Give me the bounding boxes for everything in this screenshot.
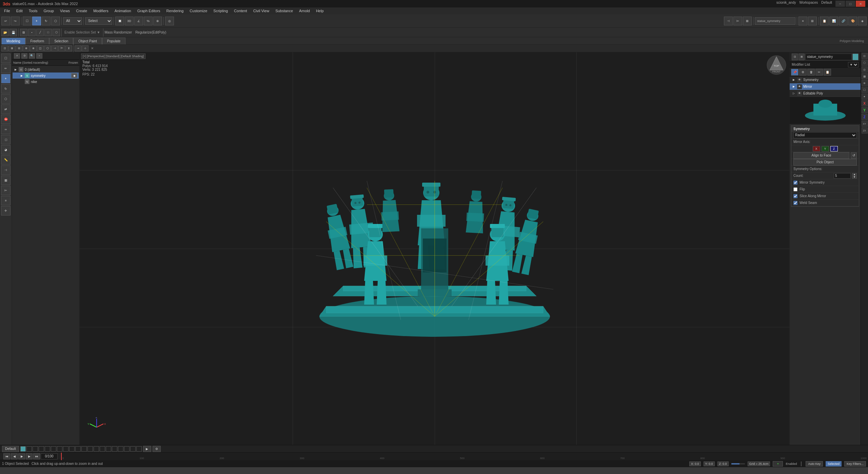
left-tool-rotate[interactable]: ↻ — [1, 84, 11, 94]
close-button[interactable]: ✕ — [856, 1, 865, 7]
pm-btn-12[interactable]: ⊹ — [82, 45, 88, 51]
rv-icon-3[interactable]: ◎ — [862, 66, 868, 73]
schematic-view-button[interactable]: 🔗 — [839, 17, 848, 25]
maximize-button[interactable]: □ — [846, 1, 855, 7]
rv-icon-Z[interactable]: Z — [862, 114, 868, 120]
pm-btn-10[interactable]: ⊻ — [65, 45, 72, 51]
layer-square-16[interactable] — [112, 446, 117, 452]
layer-square-9[interactable] — [69, 446, 75, 452]
layer-button[interactable]: ≡ — [798, 17, 807, 25]
flip-checkbox[interactable] — [793, 187, 797, 191]
layer-square-2[interactable] — [26, 446, 32, 452]
modifier-expand-mirror[interactable]: ▶ — [792, 85, 796, 89]
layer-square-14[interactable] — [100, 446, 105, 452]
file-open-button[interactable]: 📂 — [1, 29, 9, 36]
tree-visibility-btn[interactable]: ◉ — [71, 73, 77, 78]
filter-dropdown[interactable]: All None Invert — [63, 17, 82, 25]
tab-modeling[interactable]: Modeling — [1, 38, 25, 44]
pick-object-button[interactable]: Pick Object — [793, 159, 857, 166]
tc-play[interactable]: ▶ — [18, 453, 25, 459]
viewport[interactable]: [+] [Perspective] [Standard] [Default Sh… — [80, 52, 789, 445]
layer-square-5[interactable] — [45, 446, 50, 452]
track-view-button[interactable]: 📊 — [829, 17, 838, 25]
menu-edit[interactable]: Edit — [14, 7, 25, 14]
menu-modifiers[interactable]: Modifiers — [91, 7, 111, 14]
layer-square-4[interactable] — [39, 446, 44, 452]
left-tool-freehand[interactable]: ✏ — [1, 64, 11, 73]
pm-btn-1[interactable]: ⊡ — [1, 45, 8, 51]
angle-snap-button[interactable]: ∠ — [134, 17, 143, 25]
pm-btn-4[interactable]: ⊗ — [23, 45, 29, 51]
color-clipboard-button[interactable]: 🎨 — [848, 17, 857, 25]
menu-customize[interactable]: Customize — [187, 7, 210, 14]
quick-align-button[interactable]: ⊠ — [743, 17, 752, 25]
object-color-button[interactable] — [852, 54, 859, 60]
layer-square-11[interactable] — [81, 446, 87, 452]
layer-square-6[interactable] — [51, 446, 56, 452]
scene-search-btn[interactable]: 🔍 — [29, 53, 35, 59]
tc-go-end[interactable]: ⏭ — [33, 453, 40, 459]
layer-square-15[interactable] — [106, 446, 111, 452]
edge-mode-btn[interactable]: ╱ — [36, 29, 44, 36]
scene-settings-btn[interactable]: ⚙ — [21, 53, 27, 59]
timeline-area[interactable]: 0 100 200 300 400 500 600 700 800 900 10… — [61, 452, 868, 460]
align-to-face-button[interactable]: Align to Face — [793, 152, 849, 159]
object-name-field[interactable]: statue_symmetry — [805, 54, 852, 60]
modifier-eye-symmetry[interactable]: 👁 — [797, 78, 802, 82]
menu-file[interactable]: File — [1, 7, 13, 14]
axis-z-button[interactable]: Z — [830, 146, 838, 151]
pm-btn-7[interactable]: ⬡ — [44, 45, 51, 51]
modifier-item-symmetry[interactable]: ▶ 👁 Symmetry — [790, 77, 861, 83]
tree-item-default[interactable]: ▶ 0 0 (default) — [13, 66, 79, 73]
border-mode-btn[interactable]: □ — [44, 29, 52, 36]
spinner-snap-button[interactable]: ⊕ — [153, 17, 162, 25]
modifier-eye-editable-poly[interactable]: 👁 — [797, 91, 802, 96]
menu-tools[interactable]: Tools — [26, 7, 40, 14]
tc-next-frame[interactable]: ▶ — [26, 453, 33, 459]
pm-btn-3[interactable]: ⊟ — [16, 45, 22, 51]
mt-delete-btn[interactable]: 🗑 — [807, 69, 815, 76]
modifier-eye-mirror[interactable]: 👁 — [797, 84, 802, 89]
layer-square-10[interactable] — [75, 446, 81, 452]
left-tool-array[interactable]: ▦ — [1, 176, 11, 185]
setting-group-symmetry-header[interactable]: Symmetry — [791, 126, 859, 132]
tc-go-start[interactable]: ⏮ — [3, 453, 10, 459]
axis-y-button[interactable]: Y — [822, 146, 829, 151]
left-tool-layer[interactable]: ≡ — [1, 196, 11, 205]
count-spinner[interactable]: ▲ ▼ — [852, 173, 857, 179]
tab-populate[interactable]: Populate — [102, 38, 125, 44]
left-tool-mirror2[interactable]: ⊣ — [1, 165, 11, 175]
menu-create[interactable]: Create — [73, 7, 90, 14]
select-object-button[interactable]: ☐ — [23, 17, 32, 25]
layer-settings-btn[interactable]: ⚙ — [153, 446, 161, 452]
mt-pin-btn[interactable]: 📌 — [791, 69, 798, 76]
scene-new-btn[interactable]: + — [36, 53, 42, 59]
pm-btn-5[interactable]: ⊕ — [30, 45, 37, 51]
mt-settings-btn[interactable]: ⚙ — [799, 69, 807, 76]
undo-button[interactable]: ↩ — [1, 17, 10, 25]
modifier-item-mirror[interactable]: ▶ 👁 Mirror — [790, 83, 861, 90]
left-tool-paint[interactable]: ◕ — [1, 145, 11, 154]
layer-square-20[interactable] — [136, 446, 142, 452]
mt-cut-btn[interactable]: ✂ — [815, 69, 823, 76]
axis-x-button[interactable]: X — [813, 146, 820, 151]
rv-icon-X[interactable]: X — [862, 100, 868, 106]
left-tool-link[interactable]: ⇌ — [1, 104, 11, 114]
rv-icon-7[interactable]: ✦ — [862, 94, 868, 100]
tree-item-symmetry[interactable]: ▶ S symmetry ◉ — [13, 73, 79, 79]
rv-icon-6[interactable]: ☐ — [862, 87, 868, 93]
menu-help[interactable]: Help — [313, 7, 327, 14]
percent-snap-button[interactable]: % — [144, 17, 153, 25]
mt-copy-btn[interactable]: 📋 — [824, 69, 831, 76]
align-refresh-btn[interactable]: ↺ — [851, 152, 857, 159]
rv-icon-ZX[interactable]: ZX — [862, 127, 868, 133]
mode-dropdown[interactable]: Select — [85, 17, 112, 25]
layer-square-1[interactable] — [20, 446, 26, 452]
key-filters-button[interactable]: Key Filters... — [844, 461, 866, 467]
select-move-button[interactable]: ✦ — [32, 17, 41, 25]
tab-selection[interactable]: Selection — [49, 38, 73, 44]
count-input[interactable] — [834, 173, 851, 179]
vertex-mode-btn[interactable]: • — [28, 29, 36, 36]
left-tool-select[interactable]: ☐ — [1, 54, 11, 63]
left-tool-shapes[interactable]: ◻ — [1, 135, 11, 144]
